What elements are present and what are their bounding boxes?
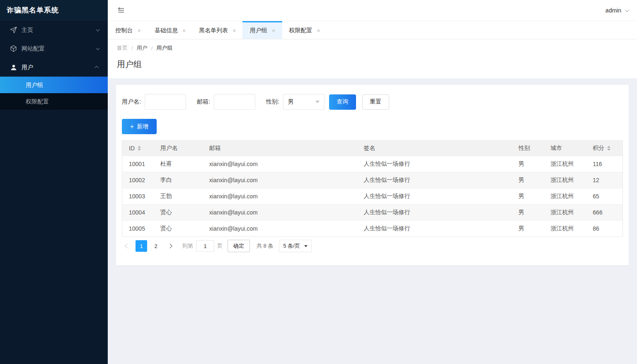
cell-gender: 男 [513, 172, 545, 188]
cell-username: 杜甫 [155, 156, 204, 172]
cell-username: 贤心 [155, 221, 204, 237]
column-header-email: 邮箱 [204, 141, 359, 156]
chevron-up-icon [94, 66, 99, 70]
close-icon[interactable]: × [317, 28, 320, 34]
sort-icon[interactable] [607, 146, 610, 151]
username-label: 用户名: [122, 98, 141, 106]
column-header-id[interactable]: ID [122, 141, 155, 156]
gender-label: 性别: [266, 98, 279, 106]
cell-signature: 人生恰似一场修行 [358, 156, 513, 172]
column-header-gender: 性别 [513, 141, 545, 156]
sidebar-item-home[interactable]: 主页 [0, 21, 108, 39]
cell-id: 10005 [122, 221, 155, 237]
gender-select[interactable]: 男 [283, 94, 325, 110]
user-menu[interactable]: admin [606, 7, 628, 14]
page-number-1[interactable]: 1 [136, 240, 147, 252]
cell-id: 10004 [122, 205, 155, 221]
tab-label: 控制台 [115, 27, 133, 34]
chevron-left-icon [125, 243, 129, 248]
cell-id: 10001 [122, 156, 155, 172]
breadcrumb-current: 用户组 [156, 44, 172, 52]
username-label: admin [606, 7, 621, 14]
per-page-select[interactable]: 5 条/页 [279, 240, 311, 252]
cell-username: 李白 [155, 172, 204, 188]
cell-id: 10003 [122, 188, 155, 205]
column-header-username: 用户名 [155, 141, 204, 156]
search-button[interactable]: 查询 [329, 94, 356, 110]
page-number-2[interactable]: 2 [150, 240, 162, 252]
table-row: 10003 王勃 xianxin@layui.com 人生恰似一场修行 男 浙江… [122, 188, 623, 205]
column-label: ID [129, 145, 135, 152]
chevron-down-icon [96, 46, 100, 50]
breadcrumb-home[interactable]: 首页 [117, 44, 128, 52]
cell-email: xianxin@layui.com [204, 205, 359, 221]
prev-page-button[interactable] [122, 240, 133, 252]
breadcrumb-user[interactable]: 用户 [137, 44, 148, 52]
add-button[interactable]: + 新增 [122, 119, 157, 134]
column-header-city: 城市 [545, 141, 588, 156]
app-root: 诈骗黑名单系统 主页 网站配置 用户 [0, 0, 637, 364]
sidebar-item-label: 网站配置 [22, 45, 45, 53]
sidebar-nav: 主页 网站配置 用户 用户组 权限配置 [0, 21, 108, 110]
send-icon [10, 27, 17, 34]
chevron-down-icon [304, 245, 308, 247]
tab-console[interactable]: 控制台 × [108, 21, 148, 39]
tab-bar: 控制台 × 基础信息 × 黑名单列表 × 用户组 × 权限配置 × [108, 21, 637, 39]
chevron-down-icon [625, 8, 629, 12]
cell-score: 666 [588, 205, 622, 221]
sidebar-submenu-user: 用户组 权限配置 [0, 77, 108, 110]
cell-city: 浙江杭州 [545, 221, 588, 237]
cell-gender: 男 [513, 205, 545, 221]
gender-select-value: 男 [288, 98, 294, 106]
email-input[interactable] [214, 94, 255, 110]
content-area: 用户名: 邮箱: 性别: 男 查询 重置 + 新增 [108, 78, 637, 364]
cell-score: 116 [588, 156, 622, 172]
tab-user-group[interactable]: 用户组 × [242, 21, 282, 39]
confirm-page-button[interactable]: 确定 [228, 240, 250, 252]
column-header-signature: 签名 [358, 141, 513, 156]
cell-email: xianxin@layui.com [204, 172, 359, 188]
sort-icon[interactable] [138, 146, 141, 151]
close-icon[interactable]: × [233, 28, 236, 34]
close-icon[interactable]: × [272, 28, 275, 34]
goto-page-label: 到第 [182, 242, 193, 250]
total-count-label: 共 8 条 [257, 242, 273, 250]
sidebar-item-permission-config[interactable]: 权限配置 [0, 93, 108, 110]
breadcrumb: 首页 / 用户 / 用户组 [117, 44, 628, 52]
username-input[interactable] [145, 94, 186, 110]
per-page-value: 5 条/页 [283, 242, 300, 250]
tab-basic-info[interactable]: 基础信息 × [148, 21, 192, 39]
chevron-down-icon [96, 27, 100, 31]
sidebar-item-user-group[interactable]: 用户组 [0, 77, 108, 93]
sidebar-item-label: 用户 [22, 64, 33, 71]
cell-id: 10002 [122, 172, 155, 188]
tab-label: 权限配置 [289, 27, 312, 34]
breadcrumb-separator: / [131, 45, 133, 51]
page-title: 用户组 [117, 59, 628, 70]
cell-city: 浙江杭州 [545, 205, 588, 221]
plus-icon: + [130, 123, 134, 130]
cell-score: 65 [588, 188, 622, 205]
sidebar-item-site-config[interactable]: 网站配置 [0, 39, 108, 58]
close-icon[interactable]: × [137, 28, 140, 34]
column-label: 积分 [593, 145, 604, 152]
table-row: 10002 李白 xianxin@layui.com 人生恰似一场修行 男 浙江… [122, 172, 623, 188]
cell-signature: 人生恰似一场修行 [358, 221, 513, 237]
breadcrumb-separator: / [151, 45, 153, 51]
pagination: 1 2 到第 页 确定 共 8 条 5 条/页 [122, 240, 623, 252]
cell-city: 浙江杭州 [545, 156, 588, 172]
tab-blacklist[interactable]: 黑名单列表 × [192, 21, 242, 39]
chevron-down-icon [315, 101, 320, 103]
cell-score: 86 [588, 221, 622, 237]
column-header-score[interactable]: 积分 [588, 141, 622, 156]
goto-page-input[interactable] [196, 240, 214, 252]
sidebar-item-user[interactable]: 用户 [0, 58, 108, 77]
cell-city: 浙江杭州 [545, 172, 588, 188]
cell-city: 浙江杭州 [545, 188, 588, 205]
reset-button[interactable]: 重置 [362, 94, 389, 110]
close-icon[interactable]: × [182, 28, 186, 34]
next-page-button[interactable] [165, 240, 175, 252]
tab-permission-config[interactable]: 权限配置 × [282, 21, 327, 39]
cell-signature: 人生恰似一场修行 [358, 188, 513, 205]
collapse-sidebar-icon[interactable] [117, 7, 125, 14]
